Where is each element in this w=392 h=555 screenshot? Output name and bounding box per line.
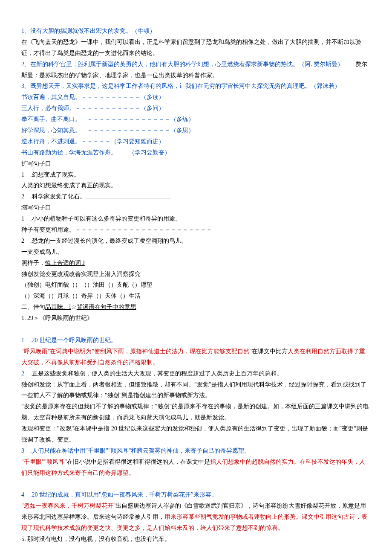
text-span: 二、佳句 [21,304,45,310]
text-line: 书读百遍，其义自见。－－－－－－－－－－（多读） [21,92,371,103]
text-line: 好学深思，心知其意。 －－－－－－－－－－－－－－（多思） [21,125,371,136]
text-line: 1 .20 世纪是一个呼风唤雨的世纪。 [21,335,371,346]
text-span: 2、在新的科学宫里，胜利属于新型的英勇的人，他们有大胆的科学幻想，心里燃烧着探求… [21,61,343,67]
text-span: 背词语在句子中的意思 [77,304,136,310]
text-line: 2 .恐龙的一支经过漫长的演化，最终变成了凌空翱翔的鸟儿。 [21,235,371,247]
text-line: 拳不离手。曲不离口。 －－－－－－－－－－－－－－（多练） [21,114,371,125]
text-span: 在旧小说中是指看得很远和听得很远的人，在课文中是 [67,459,210,465]
text-line: 一支变成鸟儿。 [21,247,371,258]
text-line: 1. 29＞《呼风唤雨的世纪》 [21,313,371,324]
text-line: 扩写句子口 [21,158,371,169]
text-line: 4 .20 世纪的成就，真可以用"忽如一夜春风来，千树万树梨花开′′来形容。 [21,489,371,500]
text-line: 二、佳句品其味。I☆背词语在句子中的意思 [21,302,371,313]
text-line: 独创发觉变更改观改善实现登上潜入洞察探究 [21,269,371,280]
text-span: ☆ [71,304,77,310]
text-line: 改观和变更："改观"在本课中是指 20 世纪以来这些宏大的发觉和独创，使人类原有… [21,423,371,445]
text-line: ″发觉的是原来存在的但我们不了解的事物或规律；"独创"的是原来不存在的事物，是新… [21,401,371,423]
text-line: 5. 那时没有电灯，没有电视，没有收音机，也没有汽车。 [21,534,371,545]
text-span: 慎上合适的词 J [45,260,85,266]
text-line: "忽如一夜春风来，千树万树梨花开"出自盛唐边塞诗人岑参的《白雪歌送武判官归京》，… [21,500,371,534]
text-span: 2 . [21,370,32,377]
text-line [21,324,371,335]
text-span: 品其味。I [45,304,71,310]
text-span: 2 .科学家发觉了化石。 [21,193,86,200]
text-span: "呼风唤雨"在词典中说明为"使刮风下雨，原指神仙道士的法力，现在比方能够支配自然… [21,348,252,355]
text-line: 三人行，必有我师。－－－－－－－－－－－（多问） [21,103,371,114]
text-line: "呼风唤雨"在词典中说明为"使刮风下雨，原指神仙道士的法力，现在比方能够支配自然… [21,346,371,368]
text-line: 2 .科学家发觉了化石。 [21,191,371,202]
text-line: 2 .正是这些发觉和独创，使人类的生活大大改观，其变更的程度超过了人类历史上百万… [21,368,371,379]
text-line: 人类的幻想最终变成了真正的现实。 [21,180,371,191]
text-line [21,479,371,490]
text-line: 1 .幻想变成了现实。 [21,169,371,180]
text-span: "千里眼""顺风耳" [21,459,67,465]
text-span: 照样子， [21,260,45,266]
text-line: 种子有变更和用途。－－－－－－－－－－－－－－－－－－－－－－－ [21,224,371,235]
text-line: "千里眼""顺风耳"在旧小说中是指看得很远和听得很远的人，在课文中是指人们想象中… [21,456,371,479]
text-line: 3 .人们只能在神话中用"千里眼""顺风耳"和腾云驾雾的神仙，来寄予自己的奇异愿… [21,445,371,456]
text-span: 在课文中比方 [252,348,288,355]
text-line: 照样子，慎上合适的词 J [21,258,371,269]
text-line: （）深海（）月球（）奇异（）天体（）生活 [21,291,371,302]
text-span: "忽如一夜春风来，千树万树梨花开" [21,503,115,509]
document-body: 1、没有大胆的揣测就做不出宏大的发觉。（牛顿）在《飞向蓝天的恐龙》一课中，我们可… [21,26,371,545]
text-span: 正是这些发觉和独创，使人类的生活大大改观，其变更的程度超过了人类历史上百万年的总… [32,370,282,377]
text-line: 逆水行舟，不进则退。－－－－－（学习要知难而进） [21,136,371,147]
text-line: 书山有路勤为径，学海无涯苦作舟。——（学习要勤奋） [21,147,371,158]
text-line: 2、在新的科学宫里，胜利属于新型的英勇的人，他们有大胆的科学幻想，心里燃烧着探求… [21,59,371,81]
text-line: 独创和发觉：从字面上看，两者很相近，但细致推敲，却有不同。″发觉′′是指人们利用… [21,379,371,401]
text-line: 3、既异想天开，又实事求是，这是科学工作者特有的风格，让我们在无穷的宇宙长河中去… [21,81,371,92]
blank-underline [86,193,171,199]
text-line: （独创）电灯面貌（）（）油田（）支配（）愿望 [21,279,371,291]
text-line: 缩写句子口 [21,202,371,213]
text-line: 1 .小小的植物种子可以有这么多奇异的变更和奇异的用途。 [21,213,371,224]
text-line: 在《飞向蓝天的恐龙》一课中，我们可以看出，正是科学家们留意到了恐龙和鸟类的相像之… [21,37,371,59]
text-line: 1、没有大胆的揣测就做不出宏大的发觉。（牛顿） [21,26,371,37]
